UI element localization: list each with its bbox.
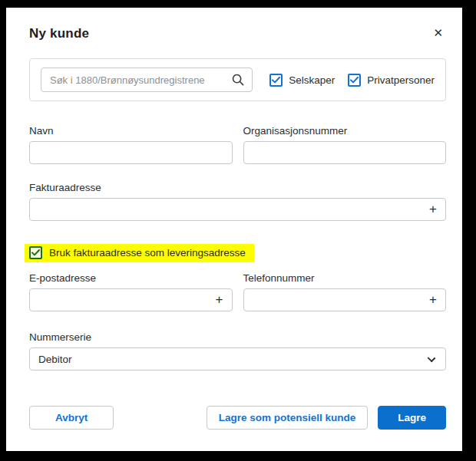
- name-org-row: Navn Organisasjonsnummer: [29, 125, 446, 164]
- checkbox-label: Privatpersoner: [367, 74, 435, 86]
- name-field[interactable]: [29, 141, 233, 164]
- phone-label: Telefonnummer: [243, 272, 447, 284]
- checkbox-box[interactable]: [269, 74, 283, 87]
- org-number-col: Organisasjonsnummer: [243, 125, 447, 164]
- number-series-label: Nummerserie: [29, 331, 446, 343]
- invoice-address-wrap: +: [29, 198, 446, 221]
- save-button[interactable]: Lagre: [378, 406, 446, 430]
- add-phone-icon[interactable]: +: [429, 293, 437, 306]
- invoice-address-row: Fakturaadresse +: [29, 182, 446, 221]
- add-email-icon[interactable]: +: [216, 293, 223, 306]
- org-number-label: Organisasjonsnummer: [243, 125, 447, 137]
- checkbox-privatpersoner[interactable]: Privatpersoner: [348, 74, 435, 87]
- dialog-title: Ny kunde: [29, 26, 89, 41]
- checkbox-label: Selskaper: [289, 74, 335, 86]
- checkbox-selskaper[interactable]: Selskaper: [269, 74, 335, 87]
- number-series-row: Nummerserie Debitor: [29, 331, 446, 370]
- dialog-footer: Avbryt Lagre som potensiell kunde Lagre: [29, 406, 446, 430]
- add-invoice-address-icon[interactable]: +: [429, 203, 437, 216]
- invoice-address-label: Fakturaadresse: [29, 182, 446, 193]
- use-invoice-address-label: Bruk fakturaadresse som leveringsadresse: [49, 247, 246, 258]
- invoice-address-field[interactable]: [29, 198, 446, 221]
- name-col: Navn: [29, 125, 233, 164]
- chevron-down-icon: [428, 354, 436, 363]
- new-customer-dialog: Ny kunde ✕ Selskaper: [6, 8, 462, 451]
- email-field[interactable]: [29, 288, 233, 311]
- phone-field[interactable]: [243, 288, 447, 311]
- name-label: Navn: [29, 125, 233, 137]
- check-icon: [350, 77, 359, 84]
- cancel-button[interactable]: Avbryt: [29, 406, 114, 430]
- search-wrap: [41, 68, 253, 92]
- use-invoice-address-checkbox-row[interactable]: Bruk fakturaadresse som leveringsadresse: [25, 244, 254, 262]
- checkbox-box[interactable]: [348, 74, 361, 87]
- number-series-select[interactable]: Debitor: [29, 347, 446, 370]
- check-icon: [272, 77, 280, 84]
- email-col: E-postadresse +: [29, 272, 233, 311]
- search-icon[interactable]: [231, 73, 245, 87]
- checkbox-box[interactable]: [29, 246, 42, 259]
- phone-wrap: +: [243, 288, 447, 311]
- email-label: E-postadresse: [29, 272, 233, 284]
- email-wrap: +: [29, 288, 233, 311]
- number-series-value: Debitor: [38, 354, 72, 365]
- dialog-header: Ny kunde ✕: [29, 26, 446, 41]
- registry-search-input[interactable]: [41, 68, 253, 92]
- org-number-field[interactable]: [243, 141, 447, 164]
- phone-col: Telefonnummer +: [243, 272, 447, 311]
- close-icon[interactable]: ✕: [430, 25, 446, 40]
- email-phone-row: E-postadresse + Telefonnummer +: [29, 272, 446, 311]
- registry-search-card: Selskaper Privatpersoner: [29, 58, 446, 101]
- save-potential-customer-button[interactable]: Lagre som potensiell kunde: [207, 406, 369, 430]
- check-icon: [31, 249, 40, 256]
